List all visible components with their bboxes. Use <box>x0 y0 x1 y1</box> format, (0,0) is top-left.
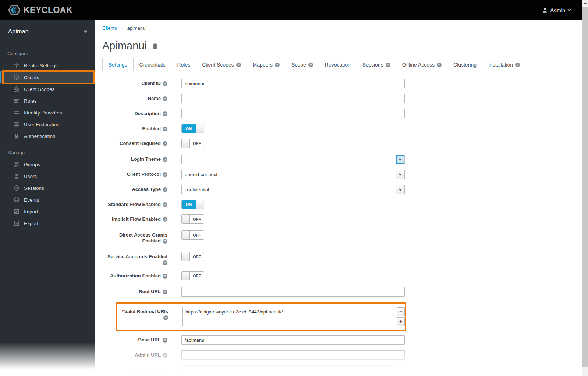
sidebar-item-groups[interactable]: Groups <box>0 159 95 170</box>
valid-redirect-uris-label: Valid Redirect URIs <box>124 309 168 314</box>
redirect-uri-input[interactable] <box>182 307 396 316</box>
help-icon[interactable] <box>163 260 167 265</box>
description-input[interactable] <box>181 109 405 118</box>
base-url-input[interactable] <box>181 335 405 345</box>
sidebar-item-users[interactable]: Users <box>0 170 95 182</box>
chevron-down-icon[interactable] <box>396 170 404 179</box>
help-icon[interactable] <box>163 81 167 86</box>
vertical-scrollbar[interactable] <box>582 0 588 376</box>
help-icon[interactable] <box>275 63 280 67</box>
enabled-label: Enabled <box>142 126 161 131</box>
help-icon[interactable] <box>163 290 167 294</box>
admin-url-input[interactable] <box>181 350 405 360</box>
help-icon[interactable] <box>163 239 167 244</box>
enabled-toggle[interactable]: ON <box>181 124 204 133</box>
tab-installation[interactable]: Installation <box>482 58 526 71</box>
web-origins-input[interactable] <box>181 365 395 375</box>
keycloak-logo[interactable]: KEYCLOAK <box>8 4 72 16</box>
help-icon[interactable] <box>163 338 167 343</box>
help-icon[interactable] <box>163 157 167 162</box>
chevron-down-icon <box>568 8 571 11</box>
form-row-web-origins: Web Origins <box>102 365 582 375</box>
nav-section-header: Manage <box>7 150 95 155</box>
tab-revocation[interactable]: Revocation <box>319 58 357 71</box>
implicit-flow-toggle[interactable]: OFF <box>181 214 204 224</box>
sidebar-item-authentication[interactable]: Authentication <box>0 130 95 142</box>
chevron-down-icon[interactable] <box>396 185 404 194</box>
tab-scope[interactable]: Scope <box>286 58 319 71</box>
help-icon[interactable] <box>437 63 442 67</box>
consent-required-toggle[interactable]: OFF <box>181 139 204 148</box>
help-icon[interactable] <box>163 368 167 373</box>
login-theme-select[interactable] <box>181 155 405 164</box>
form-row-valid-redirect-uris: *Valid Redirect URIs <box>117 307 405 326</box>
sidebar-item-realm-settings[interactable]: Realm Settings <box>0 60 95 71</box>
help-icon[interactable] <box>163 217 167 222</box>
sidebar-item-client-scopes[interactable]: Client Scopes <box>0 83 95 95</box>
help-icon[interactable] <box>163 202 167 207</box>
access-type-select[interactable]: confidential <box>181 185 405 194</box>
help-icon[interactable] <box>236 63 241 67</box>
service-accounts-toggle[interactable]: OFF <box>181 252 204 261</box>
help-icon[interactable] <box>515 63 520 67</box>
sliders-icon <box>14 63 20 68</box>
help-icon[interactable] <box>163 187 167 192</box>
scrollbar-up-arrow[interactable] <box>582 0 588 6</box>
form-row-consent-required: Consent Required OFF <box>102 139 582 149</box>
help-icon[interactable] <box>163 274 167 279</box>
sidebar-item-label: Identity Providers <box>24 110 62 116</box>
form-row-client-id: Client ID <box>102 79 582 88</box>
help-icon[interactable] <box>308 63 313 67</box>
sidebar-item-identity-providers[interactable]: Identity Providers <box>0 107 95 118</box>
sidebar-item-user-federation[interactable]: User Federation <box>0 118 95 130</box>
form-row-authorization: Authorization Enabled OFF <box>102 271 582 281</box>
login-theme-label: Login Theme <box>131 156 161 162</box>
client-id-input[interactable] <box>181 79 405 88</box>
add-web-origin-button[interactable] <box>396 366 404 375</box>
tab-client-scopes[interactable]: Client Scopes <box>196 58 247 71</box>
realm-selector[interactable]: Apiman <box>0 20 95 43</box>
remove-redirect-uri-button[interactable] <box>397 307 405 316</box>
redirect-uri-input[interactable] <box>182 317 396 326</box>
help-icon[interactable] <box>163 315 168 320</box>
chevron-down-icon[interactable] <box>396 155 404 164</box>
sidebar-item-clients[interactable]: Clients <box>0 71 95 83</box>
help-icon[interactable] <box>163 96 167 101</box>
tab-label: Credentials <box>139 62 166 68</box>
sidebar-item-export[interactable]: Export <box>0 217 95 229</box>
tab-clustering[interactable]: Clustering <box>447 58 482 71</box>
tab-roles[interactable]: Roles <box>171 58 196 71</box>
user-menu[interactable]: Admin <box>531 0 582 20</box>
direct-access-toggle[interactable]: OFF <box>181 230 204 240</box>
form-row-login-theme: Login Theme <box>102 155 582 164</box>
sidebar-item-sessions[interactable]: Sessions <box>0 182 95 194</box>
scrollbar-thumb[interactable] <box>582 7 588 367</box>
root-url-input[interactable] <box>181 287 405 297</box>
user-icon <box>542 8 548 13</box>
help-icon[interactable] <box>386 63 390 67</box>
breadcrumb-clients-link[interactable]: Clients <box>102 25 117 31</box>
standard-flow-toggle[interactable]: ON <box>181 200 204 209</box>
tab-label: Settings <box>109 62 127 68</box>
toggle-handle <box>196 124 204 133</box>
export-icon <box>14 220 20 226</box>
help-icon[interactable] <box>163 353 167 358</box>
authorization-toggle[interactable]: OFF <box>181 271 204 280</box>
name-input[interactable] <box>181 94 405 103</box>
sidebar-item-import[interactable]: Import <box>0 206 95 217</box>
client-protocol-select[interactable]: openid-connect <box>181 170 405 179</box>
help-icon[interactable] <box>163 127 167 131</box>
help-icon[interactable] <box>163 111 167 116</box>
delete-client-trash-icon[interactable] <box>152 42 159 50</box>
tab-mappers[interactable]: Mappers <box>247 58 286 71</box>
tab-credentials[interactable]: Credentials <box>134 58 171 71</box>
tab-sessions[interactable]: Sessions <box>357 58 396 71</box>
sidebar-item-roles[interactable]: Roles <box>0 95 95 107</box>
help-icon[interactable] <box>163 141 167 146</box>
tab-offline-access[interactable]: Offline Access <box>396 58 447 71</box>
add-redirect-uri-button[interactable] <box>397 317 405 326</box>
tab-settings[interactable]: Settings <box>102 58 134 71</box>
help-icon[interactable] <box>163 172 167 177</box>
sidebar-item-label: Users <box>24 174 37 179</box>
sidebar-item-events[interactable]: Events <box>0 194 95 206</box>
